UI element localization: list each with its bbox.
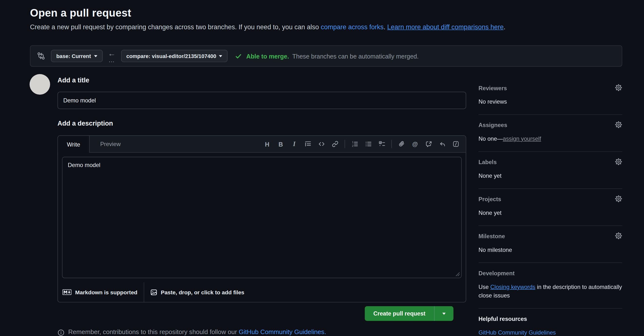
title-label: Add a title [58,77,89,84]
gear-icon[interactable] [615,195,622,202]
subtitle-text: Create a new pull request by comparing c… [30,23,321,31]
helpful-community-guidelines-link[interactable]: GitHub Community Guidelines [478,329,556,336]
development-text: Use Closing keywords in the description … [478,283,622,300]
milestone-value: No milestone [478,246,622,254]
labels-title: Labels [478,158,497,166]
page-subtitle: Create a new pull request by comparing c… [30,23,506,31]
git-compare-icon [37,52,45,60]
code-icon[interactable] [315,138,328,150]
projects-title: Projects [478,196,501,203]
toolbar-divider [345,140,345,148]
create-pull-request-split-button: Create pull request [365,306,454,321]
reviewers-value: No reviews [478,98,622,106]
sidebar-section-labels: Labels None yet [478,158,622,189]
resize-grip-icon[interactable] [456,272,460,276]
unordered-list-icon[interactable] [362,138,375,150]
labels-value: None yet [478,172,622,180]
projects-value: None yet [478,209,622,217]
editor-tabbar: Write Preview H B I 12 [58,136,466,153]
open-pull-request-page: Open a pull request Create a new pull re… [0,0,644,336]
page-title: Open a pull request [30,7,131,19]
editor-footer: Markdown is supported Paste, drop, or cl… [58,282,466,302]
community-guidelines-link[interactable]: GitHub Community Guidelines. [239,328,326,335]
sidebar-section-reviewers: Reviewers No reviews [478,84,622,115]
merge-status-detail: These branches can be automatically merg… [292,52,418,60]
description-editor: Write Preview H B I 12 [58,135,466,302]
compare-across-forks-link[interactable]: compare across forks [321,23,384,31]
gear-icon[interactable] [615,158,622,165]
sidebar-section-assignees: Assignees No one—assign yourself [478,121,622,152]
saved-reply-icon[interactable] [436,138,449,150]
tasklist-icon[interactable] [375,138,389,150]
paste-files-note[interactable]: Paste, drop, or click to add files [161,289,244,295]
contribution-note: Remember, contributions to this reposito… [58,328,326,336]
pr-description-textarea[interactable]: Demo model [62,157,462,278]
quote-icon[interactable] [301,138,315,150]
ellipsis: … [108,57,115,63]
sidebar-section-milestone: Milestone No milestone [478,232,622,263]
caret-down-icon [94,55,97,59]
sidebar: Reviewers No reviews Assignees No one—as… [478,84,622,336]
link-icon[interactable] [328,138,342,150]
reviewers-title: Reviewers [478,84,507,92]
arrow-left-icon: ← [108,49,116,57]
range-separator: ← … [108,49,116,63]
tab-write[interactable]: Write [58,136,90,153]
attach-file-icon[interactable] [395,138,408,150]
development-title: Development [478,269,514,277]
base-branch-button[interactable]: base: Current [51,50,102,62]
gear-icon[interactable] [615,232,622,239]
assignees-value: No one— [478,135,503,142]
assign-yourself-link[interactable]: assign yourself [503,135,541,142]
sidebar-section-helpful-resources: Helpful resources GitHub Community Guide… [478,315,622,336]
create-pull-request-button[interactable]: Create pull request [365,306,434,321]
cross-reference-icon[interactable] [422,138,436,150]
footer-divider [144,282,144,302]
diff-comparisons-link[interactable]: Learn more about diff comparisons here [387,23,504,31]
mention-icon[interactable]: @ [408,138,422,150]
markdown-supported-note[interactable]: Markdown is supported [75,289,138,295]
gear-icon[interactable] [615,84,622,91]
create-options-dropdown[interactable] [434,306,453,321]
info-icon [58,329,64,336]
assignees-title: Assignees [478,121,507,129]
caret-down-icon [442,313,446,316]
ordered-list-icon[interactable]: 12 [348,138,362,150]
sidebar-section-projects: Projects None yet [478,196,622,226]
markdown-toolbar: H B I 12 [260,136,466,152]
image-icon [150,289,157,296]
milestone-title: Milestone [478,232,505,240]
helpful-resources-title: Helpful resources [478,315,527,323]
description-label: Add a description [58,120,113,127]
markdown-icon [62,289,72,295]
editor-body: Demo model [58,153,466,282]
bold-icon[interactable]: B [274,138,288,150]
heading-icon[interactable]: H [260,138,274,150]
slash-command-icon[interactable] [449,138,462,150]
caret-down-icon [219,55,222,59]
compare-branch-button[interactable]: compare: visual-editor/2135/107400 [121,50,228,62]
avatar [30,74,50,95]
svg-text:1: 1 [352,141,353,144]
merge-status: Able to merge. [246,52,289,60]
sidebar-section-development: Development Use Closing keywords in the … [478,269,622,308]
check-icon [235,52,242,60]
gear-icon[interactable] [615,121,622,128]
closing-keywords-link[interactable]: Closing keywords [490,284,536,290]
toolbar-divider [391,140,392,148]
italic-icon[interactable]: I [288,138,301,150]
pr-title-input[interactable] [58,92,466,109]
branch-compare-bar: base: Current ← … compare: visual-editor… [30,45,622,67]
svg-text:2: 2 [352,144,353,147]
tab-preview[interactable]: Preview [90,136,132,152]
